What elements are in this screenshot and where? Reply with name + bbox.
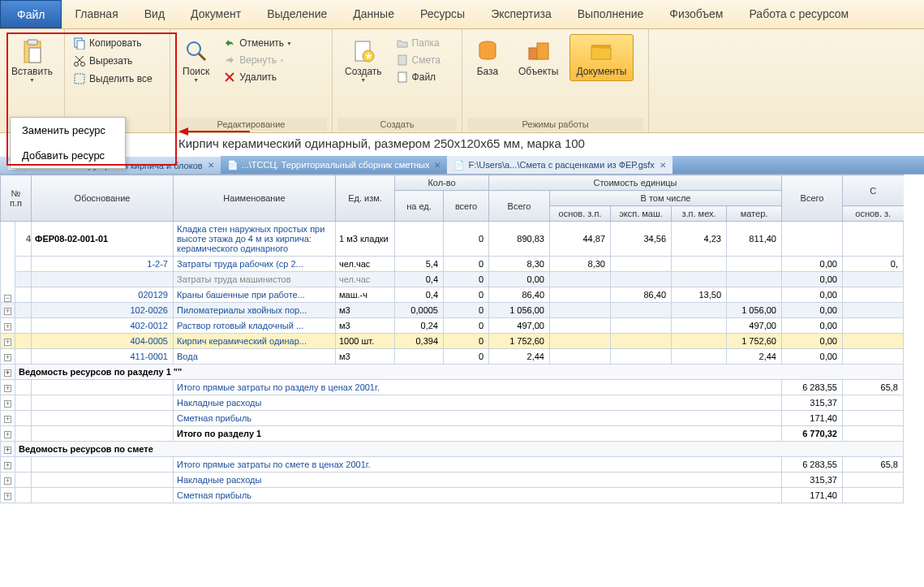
- paste-label: Вставить: [11, 66, 53, 77]
- expand-icon[interactable]: +: [4, 477, 11, 485]
- copy-icon: [73, 37, 86, 50]
- summary-row[interactable]: +Накладные расходы315,37: [1, 473, 904, 488]
- folder-icon: [396, 37, 409, 50]
- expand-icon[interactable]: +: [4, 431, 11, 438]
- expand-icon[interactable]: +: [4, 447, 11, 454]
- close-icon[interactable]: ✕: [208, 161, 214, 170]
- summary-row[interactable]: +Накладные расходы315,37: [1, 395, 904, 411]
- delete-button[interactable]: Удалить: [220, 69, 327, 85]
- table-row[interactable]: +411-0001Водам302,442,440,00: [1, 349, 904, 365]
- table-row[interactable]: +402-0012Раствор готовый кладочный ...м3…: [1, 318, 904, 334]
- search-button[interactable]: Поиск ▼: [175, 34, 217, 87]
- objects-icon: [526, 38, 552, 64]
- expand-icon[interactable]: +: [4, 308, 11, 315]
- menu-data[interactable]: Данные: [340, 0, 407, 28]
- summary-row[interactable]: +Итого прямые затраты по смете в ценах 2…: [1, 457, 904, 473]
- search-icon: [183, 38, 209, 64]
- create-icon: ★: [350, 38, 376, 64]
- svg-line-8: [77, 56, 84, 63]
- expand-icon[interactable]: +: [4, 369, 11, 377]
- svg-point-5: [75, 63, 79, 67]
- expand-icon[interactable]: +: [4, 416, 11, 423]
- chevron-down-icon: ▼: [29, 77, 35, 83]
- file-button[interactable]: Файл: [393, 69, 457, 85]
- expand-icon[interactable]: +: [4, 462, 11, 469]
- folder-button[interactable]: Папка: [393, 35, 457, 51]
- select-all-button[interactable]: Выделить все: [70, 71, 165, 87]
- close-icon[interactable]: ✕: [434, 161, 441, 170]
- menu-selection[interactable]: Выделение: [254, 0, 340, 28]
- replace-resource-item[interactable]: Заменить ресурс: [11, 118, 125, 143]
- section-header[interactable]: +Ведомость ресурсов по разделу 1 "": [1, 365, 904, 380]
- undo-icon: [223, 37, 236, 50]
- base-button[interactable]: База: [467, 34, 508, 81]
- expand-icon[interactable]: +: [4, 339, 11, 346]
- svg-rect-9: [75, 74, 84, 84]
- ribbon: Вставить ▼ Копировать Вырезать Выделить …: [0, 29, 924, 133]
- undo-button[interactable]: Отменить▼: [220, 35, 327, 51]
- menu-execution[interactable]: Выполнение: [565, 0, 656, 28]
- expand-icon[interactable]: +: [4, 323, 11, 330]
- copy-button[interactable]: Копировать: [70, 35, 165, 51]
- svg-point-6: [81, 63, 85, 67]
- table-row[interactable]: Затраты труда машинистовчел.час0,400,000…: [1, 272, 904, 287]
- table-row[interactable]: 1-2-7Затраты труда рабочих (ср 2...чел.ч…: [1, 257, 904, 272]
- expand-icon[interactable]: +: [4, 385, 11, 392]
- doc-tab-2[interactable]: 📄 ...\ТССЦ. Территориальный сборник смет…: [221, 156, 448, 174]
- paste-button[interactable]: Вставить ▼: [5, 34, 59, 87]
- menu-resource-work[interactable]: Работа с ресурсом: [737, 0, 862, 28]
- svg-rect-17: [398, 55, 406, 65]
- file-icon: [396, 71, 409, 84]
- menu-main[interactable]: Главная: [62, 0, 131, 28]
- estimate-grid: №п.п Обоснование Наименование Ед. изм. К…: [0, 174, 924, 503]
- close-icon[interactable]: ✕: [660, 161, 666, 170]
- table-row[interactable]: +102-0026Пиломатериалы хвойных пор...м30…: [1, 303, 904, 318]
- summary-row[interactable]: +Итого по разделу 16 770,32: [1, 426, 904, 442]
- svg-rect-23: [591, 45, 611, 48]
- svg-rect-22: [537, 43, 548, 59]
- summary-row[interactable]: +Итого прямые затраты по разделу в ценах…: [1, 380, 904, 395]
- svg-marker-25: [178, 127, 188, 136]
- annotation-arrow: [178, 123, 251, 142]
- item-title: Кирпич керамический одинарный, размером …: [0, 133, 924, 156]
- summary-row[interactable]: +Сметная прибыль171,40: [1, 488, 904, 503]
- collapse-icon[interactable]: −: [4, 295, 11, 302]
- create-button[interactable]: ★ Создать ▼: [337, 34, 389, 87]
- section-header[interactable]: +Ведомость ресурсов по смете: [1, 442, 904, 457]
- chevron-down-icon: ▼: [193, 77, 199, 83]
- svg-rect-4: [77, 41, 84, 50]
- documents-button[interactable]: Документы: [569, 34, 634, 81]
- estimate-icon: [396, 54, 409, 67]
- redo-icon: [223, 54, 236, 67]
- cut-icon: [73, 54, 86, 67]
- create-group-label: Создать: [337, 118, 457, 131]
- menu-volume[interactable]: Физобъем: [656, 0, 736, 28]
- ribbon-group-modes: База Объекты Документы Режимы работы: [462, 29, 649, 132]
- expand-icon[interactable]: +: [4, 400, 11, 408]
- expand-icon[interactable]: +: [4, 354, 11, 361]
- table-row[interactable]: 020129Краны башенные при работе...маш.-ч…: [1, 287, 904, 303]
- cut-button[interactable]: Вырезать: [70, 53, 165, 69]
- svg-point-10: [187, 42, 200, 55]
- file-menu[interactable]: Файл: [0, 0, 62, 28]
- menu-document[interactable]: Документ: [178, 0, 254, 28]
- document-tabs: 📄 ...\ФЕР08. Конструкции из кирпича и бл…: [0, 156, 924, 174]
- menubar: Файл Главная Вид Документ Выделение Данн…: [0, 0, 924, 29]
- add-resource-item[interactable]: Добавить ресурс: [11, 143, 125, 168]
- paste-dropdown: Заменить ресурс Добавить ресурс: [10, 117, 126, 169]
- menu-view[interactable]: Вид: [131, 0, 178, 28]
- estimate-button[interactable]: Смета: [393, 52, 457, 68]
- menu-expertise[interactable]: Экспертиза: [478, 0, 565, 28]
- svg-rect-2: [29, 48, 41, 63]
- expand-icon[interactable]: +: [4, 493, 11, 500]
- summary-row[interactable]: +Сметная прибыль171,40: [1, 411, 904, 426]
- menu-resources[interactable]: Ресурсы: [407, 0, 478, 28]
- table-row[interactable]: −4ФЕР08-02-001-01Кладка стен наружных пр…: [1, 222, 904, 257]
- objects-button[interactable]: Объекты: [511, 34, 566, 81]
- doc-tab-3[interactable]: 📄 F:\Users\a...\Смета с расценками из ФЕ…: [447, 156, 672, 174]
- ribbon-group-edit: Поиск ▼ Отменить▼ Вернуть▼ Удалить Редак…: [170, 29, 333, 132]
- grid-header: №п.п Обоснование Наименование Ед. изм. К…: [1, 175, 904, 222]
- redo-button[interactable]: Вернуть▼: [220, 52, 327, 68]
- table-row[interactable]: +404-0005Кирпич керамический одинар...10…: [1, 334, 904, 349]
- ribbon-group-create: ★ Создать ▼ Папка Смета Файл Создать: [333, 29, 462, 132]
